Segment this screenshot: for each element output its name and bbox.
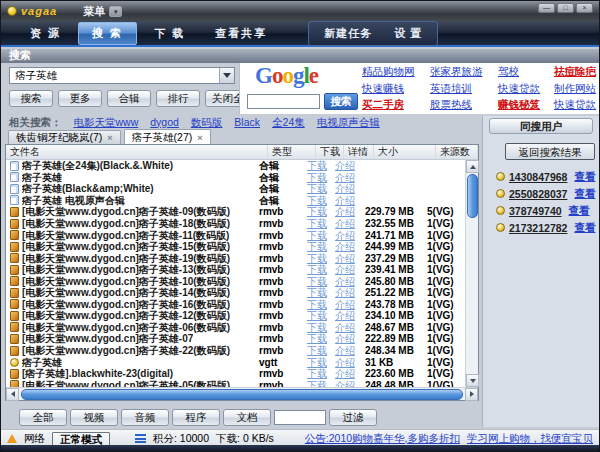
filter-keyword-input[interactable] (274, 410, 326, 425)
view-user-link[interactable]: 查看 (569, 204, 590, 218)
search-query-combobox[interactable]: 痞子英雄 (9, 67, 235, 84)
download-link[interactable]: 下载 (307, 368, 327, 379)
scroll-up-button[interactable] (466, 160, 479, 173)
download-link[interactable]: 下载 (307, 241, 327, 252)
vertical-scrollbar[interactable] (465, 160, 478, 387)
view-user-link[interactable]: 查看 (574, 221, 595, 235)
nav-action[interactable]: 新建任务 (317, 24, 379, 43)
ad-link[interactable]: 制作网站 (554, 82, 599, 96)
user-id-link[interactable]: 2173212782 (509, 222, 567, 234)
table-row[interactable]: 痞子英雄(Black&amp;White) 合辑 下载 介绍 (6, 183, 465, 195)
intro-link[interactable]: 介绍 (335, 172, 355, 183)
download-link[interactable]: 下载 (307, 287, 327, 298)
ad-link[interactable]: 英语培训 (430, 82, 498, 96)
tab-close-icon[interactable]: × (107, 133, 112, 143)
column-header-detail[interactable]: 详情 (344, 145, 374, 159)
intro-link[interactable]: 介绍 (335, 253, 355, 264)
download-link[interactable]: 下载 (307, 345, 327, 356)
scroll-left-button[interactable] (6, 388, 19, 401)
related-search-link[interactable]: 全24集 (272, 116, 305, 129)
intro-link[interactable]: 介绍 (335, 218, 355, 229)
table-row[interactable]: [电影天堂www.dygod.cn]痞子英雄-10(数码版) rmvb 下载 介… (6, 275, 465, 287)
result-tab[interactable]: 铁齿铜牙纪晓岚(7) × (8, 130, 121, 145)
intro-link[interactable]: 介绍 (335, 264, 355, 275)
nav-tab[interactable]: 查看共享 (202, 23, 280, 44)
download-link[interactable]: 下载 (307, 264, 327, 275)
table-row[interactable]: [电影天堂www.dygod.cn]痞子英雄-06(数码版) rmvb 下载 介… (6, 322, 465, 334)
table-row[interactable]: [电影天堂www.dygod.cn]痞子英雄-22(数码版) rmvb 下载 介… (6, 345, 465, 357)
table-row[interactable]: [电影天堂www.dygod.cn]痞子英雄-05(数码版) rmvb 下载 介… (6, 379, 465, 387)
table-row[interactable]: [电影天堂www.dygod.cn]痞子英雄-15(数码版) rmvb 下载 介… (6, 241, 465, 253)
scroll-down-button[interactable] (466, 374, 479, 387)
nav-tab[interactable]: 搜 索 (78, 22, 137, 45)
download-link[interactable]: 下载 (307, 380, 327, 387)
ad-link[interactable]: 买二手房 (362, 98, 430, 112)
search-action-button[interactable]: 搜索 (9, 90, 53, 107)
view-user-link[interactable]: 查看 (574, 187, 595, 201)
column-header-download[interactable]: 下载 (316, 145, 344, 159)
column-header-type[interactable]: 类型 (268, 145, 316, 159)
download-link[interactable]: 下载 (307, 253, 327, 264)
download-link[interactable]: 下载 (307, 160, 327, 171)
intro-link[interactable]: 介绍 (335, 160, 355, 171)
table-row[interactable]: 痞子英雄 vgtt 下载 介绍 31 KB 1(VG) (6, 356, 465, 368)
table-row[interactable]: [电影天堂www.dygod.cn]痞子英雄-19(数码版) rmvb 下载 介… (6, 252, 465, 264)
related-search-link[interactable]: 电影天堂www (74, 116, 139, 129)
ad-link[interactable]: 股票热线 (430, 98, 498, 112)
related-search-link[interactable]: 数码版 (191, 116, 223, 129)
download-link[interactable]: 下载 (307, 333, 327, 344)
intro-link[interactable]: 介绍 (335, 276, 355, 287)
intro-link[interactable]: 介绍 (335, 322, 355, 333)
nav-tab[interactable]: 下 载 (141, 23, 198, 44)
table-row[interactable]: [电影天堂www.dygod.cn]痞子英雄-09(数码版) rmvb 下载 介… (6, 206, 465, 218)
table-row[interactable]: [电影天堂www.dygod.cn]痞子英雄-11(数码版) rmvb 下载 介… (6, 229, 465, 241)
intro-link[interactable]: 介绍 (335, 299, 355, 310)
intro-link[interactable]: 介绍 (335, 183, 355, 194)
related-search-link[interactable]: Black (234, 116, 260, 129)
table-row[interactable]: [电影天堂www.dygod.cn]痞子英雄-16(数码版) rmvb 下载 介… (6, 299, 465, 311)
intro-link[interactable]: 介绍 (335, 310, 355, 321)
maximize-button[interactable]: □ (557, 3, 574, 13)
intro-link[interactable]: 介绍 (335, 287, 355, 298)
download-link[interactable]: 下载 (307, 322, 327, 333)
horizontal-scroll-thumb[interactable] (21, 389, 463, 400)
ad-link[interactable]: 赚钱秘笈 (498, 98, 554, 112)
nav-tab[interactable]: 资 源 (17, 23, 74, 44)
nav-action[interactable]: 设 置 (387, 24, 429, 43)
download-link[interactable]: 下载 (307, 206, 327, 217)
view-user-link[interactable]: 查看 (574, 170, 595, 184)
table-row[interactable]: 痞子英雄 电视原声合辑 合辑 下载 介绍 (6, 195, 465, 207)
minimize-button[interactable]: — (538, 3, 555, 13)
filter-category-button[interactable]: 文档 (223, 409, 271, 426)
search-action-button[interactable]: 更多 (58, 90, 102, 107)
search-action-button[interactable]: 排行 (156, 90, 200, 107)
ad-link[interactable]: 快速贷款 (554, 98, 599, 112)
filter-category-button[interactable]: 视频 (70, 409, 118, 426)
vertical-scroll-thumb[interactable] (467, 174, 478, 218)
apply-filter-button[interactable]: 过滤 (329, 409, 377, 426)
table-row[interactable]: [电影天堂www.dygod.cn]痞子英雄-13(数码版) rmvb 下载 介… (6, 264, 465, 276)
column-header-sources[interactable]: 来源数 (436, 145, 478, 159)
ad-link[interactable]: 驾校 (498, 65, 554, 79)
download-link[interactable]: 下载 (307, 276, 327, 287)
intro-link[interactable]: 介绍 (335, 357, 355, 368)
ad-link[interactable]: 精品购物网 (362, 65, 430, 79)
close-button[interactable]: × (576, 3, 593, 13)
intro-link[interactable]: 介绍 (335, 195, 355, 206)
ad-link[interactable]: 快速贷款 (498, 82, 554, 96)
intro-link[interactable]: 介绍 (335, 206, 355, 217)
download-link[interactable]: 下载 (307, 218, 327, 229)
mode-indicator[interactable]: 正常模式 (52, 432, 110, 446)
result-tab[interactable]: 痞子英雄(27) × (124, 129, 211, 145)
combobox-dropdown-button[interactable] (219, 68, 234, 83)
table-row[interactable]: 痞子英雄 合辑 下载 介绍 (6, 172, 465, 184)
download-link[interactable]: 下载 (307, 183, 327, 194)
filter-category-button[interactable]: 全部 (19, 409, 67, 426)
scroll-right-button[interactable] (465, 388, 478, 401)
table-row[interactable]: [电影天堂www.dygod.cn]痞子英雄-18(数码版) rmvb 下载 介… (6, 218, 465, 230)
related-search-link[interactable]: 电视原声合辑 (317, 116, 380, 129)
intro-link[interactable]: 介绍 (335, 241, 355, 252)
filter-category-button[interactable]: 程序 (172, 409, 220, 426)
user-id-link[interactable]: 378749740 (509, 205, 562, 217)
download-link[interactable]: 下载 (307, 299, 327, 310)
